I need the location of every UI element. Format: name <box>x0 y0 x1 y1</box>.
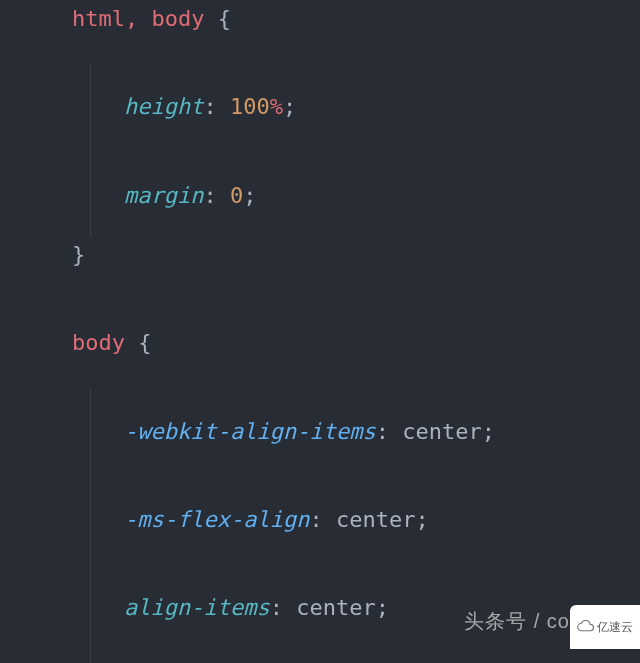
decl-margin: margin: 0; <box>0 181 640 210</box>
brace-open: { <box>138 330 151 355</box>
decl-webkit-align-items: -webkit-align-items: center; <box>0 417 640 446</box>
decl-height: height: 100%; <box>0 92 640 121</box>
prop-name: height <box>124 94 203 119</box>
decl-align-items: align-items: center; <box>0 593 640 622</box>
css-code-block: html, body { height: 100%; margin: 0; } … <box>0 0 640 663</box>
rule2-selector-line: body { <box>0 328 640 357</box>
prop-name: margin <box>124 183 203 208</box>
indent-guide <box>90 65 91 237</box>
prop-value-number: 0 <box>230 183 243 208</box>
rule1-close: } <box>0 240 640 269</box>
decl-ms-flex-align: -ms-flex-align: center; <box>0 505 640 534</box>
prop-value: center <box>336 507 415 532</box>
prop-value: center <box>296 595 375 620</box>
prop-value-number: 100 <box>230 94 270 119</box>
prop-value: center <box>402 419 481 444</box>
prop-value-unit: % <box>270 94 283 119</box>
prop-name: -webkit-align-items <box>124 419 376 444</box>
rule1-body: height: 100%; margin: 0; <box>0 92 640 210</box>
rule1-selector: html, body <box>72 6 204 31</box>
rule2-selector: body <box>72 330 125 355</box>
brace-open: { <box>218 6 231 31</box>
code-editor-viewport: html, body { height: 100%; margin: 0; } … <box>0 0 640 663</box>
prop-name: align-items <box>124 595 270 620</box>
rule2-body: -webkit-align-items: center; -ms-flex-al… <box>0 417 640 663</box>
brace-close: } <box>72 242 85 267</box>
prop-name: -ms-flex-align <box>124 507 309 532</box>
rule1-selector-line: html, body { <box>0 4 640 33</box>
